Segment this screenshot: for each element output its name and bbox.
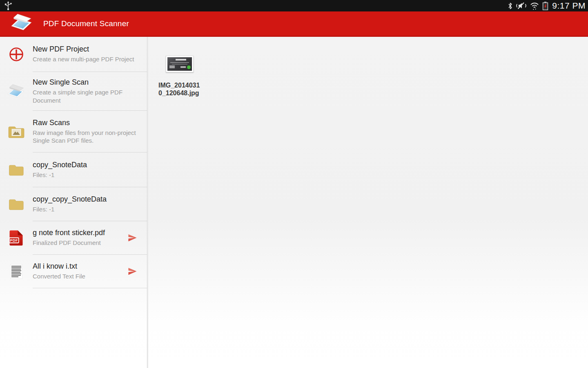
share-icon[interactable] — [127, 267, 138, 276]
add-circle-icon — [0, 37, 33, 72]
file-grid: IMG_20140310_120648.jpg — [148, 37, 588, 368]
sidebar-item-copy-copy-snotedata[interactable]: copy_copy_SnoteData Files: -1 — [0, 187, 147, 221]
item-subtitle: Raw image files from your non-project Si… — [33, 129, 138, 144]
app-header: PDF Document Scanner — [0, 11, 588, 37]
item-title: g note front sticker.pdf — [33, 229, 123, 237]
item-subtitle: Finalized PDF Document — [33, 239, 123, 247]
app-title: PDF Document Scanner — [43, 19, 129, 28]
file-name: IMG_20140310_120648.jpg — [158, 81, 201, 97]
status-bar-right: 9:17 PM — [508, 1, 586, 11]
sidebar-item-pdf-file[interactable]: PDF g note front sticker.pdf Finalized P… — [0, 221, 147, 255]
file-item[interactable]: IMG_20140310_120648.jpg — [158, 56, 201, 97]
sidebar: New PDF Project Create a new multi-page … — [0, 37, 147, 368]
scanner-logo-icon — [11, 14, 33, 34]
battery-icon — [542, 1, 548, 11]
status-time: 9:17 PM — [551, 1, 586, 11]
item-title: copy_copy_SnoteData — [33, 195, 138, 204]
item-title: Raw Scans — [33, 119, 138, 127]
sidebar-item-new-single-scan[interactable]: New Single Scan Create a simple single p… — [0, 72, 147, 111]
file-thumbnail — [166, 56, 194, 72]
sidebar-item-new-pdf-project[interactable]: New PDF Project Create a new multi-page … — [0, 37, 147, 72]
sidebar-item-raw-scans[interactable]: Raw Scans Raw image files from your non-… — [0, 111, 147, 153]
share-icon[interactable] — [127, 233, 138, 242]
item-title: New PDF Project — [33, 45, 138, 54]
item-subtitle: Create a new multi-page PDF Project — [33, 55, 138, 63]
item-title: All i know i.txt — [33, 262, 123, 271]
folder-icon — [0, 153, 33, 187]
text-file-icon — [0, 255, 33, 288]
wifi-icon — [530, 2, 539, 10]
item-title: New Single Scan — [33, 78, 138, 87]
sidebar-item-copy-snotedata[interactable]: copy_SnoteData Files: -1 — [0, 153, 147, 187]
svg-text:PDF: PDF — [10, 238, 18, 242]
item-subtitle: Create a simple single page PDF Document — [33, 88, 138, 104]
pdf-file-icon: PDF — [0, 221, 33, 255]
item-subtitle: Converted Text File — [33, 272, 123, 280]
scanner-icon — [0, 72, 33, 111]
bluetooth-icon — [508, 2, 513, 10]
status-bar: 9:17 PM — [0, 0, 588, 11]
green-dot — [187, 65, 191, 69]
folder-icon — [0, 187, 33, 221]
usb-icon — [3, 0, 13, 11]
item-title: copy_SnoteData — [33, 161, 138, 169]
folder-image-icon — [0, 111, 33, 153]
mute-icon — [516, 2, 527, 10]
item-subtitle: Files: -1 — [33, 171, 138, 179]
sidebar-item-txt-file[interactable]: All i know i.txt Converted Text File — [0, 255, 147, 288]
content-area: New PDF Project Create a new multi-page … — [0, 37, 588, 368]
pdf-document-scanner-app: 9:17 PM PDF Document Scanner — [0, 0, 588, 368]
item-subtitle: Files: -1 — [33, 205, 138, 213]
dark-photo-thumbnail — [167, 57, 192, 71]
